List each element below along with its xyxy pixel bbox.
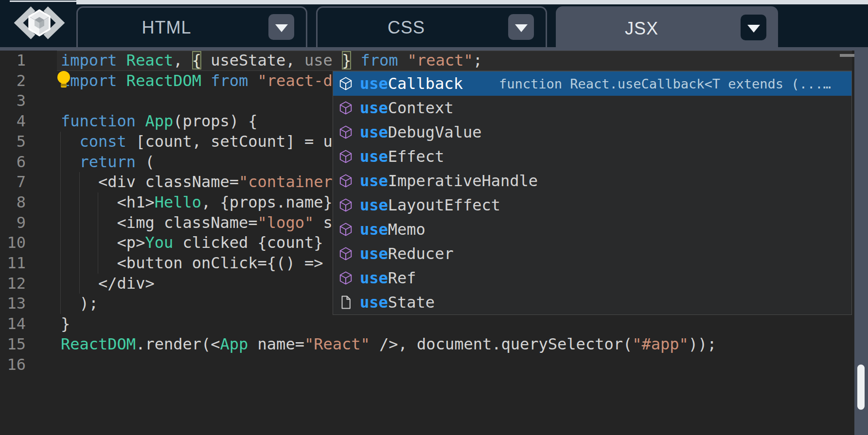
cube-icon — [338, 125, 353, 139]
code-token: App — [220, 335, 248, 353]
code-token: const — [80, 132, 126, 151]
suggestion-match-text: use — [360, 147, 388, 166]
line-number: 7 — [0, 172, 26, 192]
tab-html-dropdown-button[interactable] — [268, 14, 294, 40]
code-token: Hello — [155, 193, 201, 211]
line-number: 3 — [0, 91, 26, 111]
tab-jsx-dropdown-button[interactable] — [741, 15, 766, 40]
suggestion-item[interactable]: useState — [333, 290, 851, 314]
code-text: ReactDOM.render(<App name="React" />, do… — [61, 334, 717, 355]
code-token: <div className= — [61, 173, 239, 191]
code-text: import React, { useState, use } from "re… — [61, 51, 482, 71]
code-text: } — [61, 314, 70, 334]
code-line[interactable]: 14} — [0, 314, 854, 334]
suggestion-rest-text: DebugValue — [388, 123, 482, 141]
code-token: You — [145, 233, 173, 252]
suggestion-item[interactable]: useImperativeHandle — [333, 169, 851, 193]
top-strip-left — [10, 0, 76, 2]
code-text: </div> — [61, 274, 155, 294]
suggestion-label: useMemo — [360, 220, 425, 239]
line-number: 9 — [0, 213, 26, 233]
lightbulb-icon — [56, 70, 71, 89]
line-number: 4 — [0, 111, 26, 132]
suggestion-label: useReducer — [360, 244, 454, 263]
suggestion-label: useState — [360, 293, 435, 312]
code-token: ReactDOM — [61, 335, 136, 353]
tab-css[interactable]: CSS — [316, 6, 547, 47]
code-token: React — [126, 51, 173, 70]
code-token: "logo" — [258, 213, 314, 232]
playground-window: 1import React, { useState, use } from "r… — [0, 0, 868, 435]
line-number: 11 — [0, 253, 26, 274]
editor-scrollbar-thumb[interactable] — [840, 54, 856, 57]
code-token: "#app" — [632, 335, 689, 353]
code-token: from — [361, 51, 398, 70]
code-token: "container" — [239, 173, 342, 191]
line-number: 12 — [0, 274, 26, 294]
code-line[interactable]: 1import React, { useState, use } from "r… — [0, 51, 854, 71]
tab-html[interactable]: HTML — [76, 6, 307, 47]
tab-html-label: HTML — [78, 8, 255, 47]
code-text: function App(props) { — [61, 111, 258, 132]
line-number: 6 — [0, 152, 26, 173]
code-token: <img className= — [61, 213, 258, 232]
cube-icon — [338, 101, 353, 115]
suggestion-match-text: use — [360, 123, 388, 141]
cube-icon — [338, 271, 353, 285]
code-token: ; — [473, 51, 482, 70]
suggestion-item[interactable]: useReducer — [333, 242, 851, 266]
suggestion-item[interactable]: useCallbackfunction React.useCallback<T … — [333, 71, 851, 96]
suggestion-match-text: use — [360, 244, 388, 263]
chevron-down-icon — [747, 25, 760, 33]
cube-icon — [338, 198, 353, 212]
suggestion-label: useLayoutEffect — [360, 196, 500, 214]
tab-css-dropdown-button[interactable] — [508, 14, 534, 40]
suggestion-rest-text: Ref — [388, 269, 416, 287]
code-line[interactable]: 16 — [0, 355, 854, 375]
file-icon — [338, 295, 353, 310]
suggestion-item[interactable]: useEffect — [333, 144, 851, 169]
suggestion-rest-text: Context — [388, 99, 454, 117]
chevron-down-icon — [515, 24, 528, 32]
code-token: "react" — [407, 51, 473, 70]
line-number: 10 — [0, 233, 26, 253]
suggestion-rest-text: LayoutEffect — [388, 196, 500, 214]
suggestion-label: useEffect — [360, 147, 444, 166]
page-scrollbar-thumb[interactable] — [857, 365, 865, 410]
code-token: ); — [61, 294, 98, 313]
page-scrollbar-track[interactable] — [854, 51, 868, 435]
code-token: (props) { — [173, 112, 257, 130]
suggestion-rest-text: State — [388, 293, 435, 312]
editor-header: HTML CSS JSX — [0, 0, 868, 51]
suggestion-item[interactable]: useContext — [333, 96, 851, 120]
code-line[interactable]: 15ReactDOM.render(<App name="React" />, … — [0, 334, 854, 355]
code-token — [351, 51, 360, 70]
suggestion-item[interactable]: useLayoutEffect — [333, 193, 851, 217]
cube-icon — [338, 222, 353, 237]
suggestion-item[interactable]: useRef — [333, 266, 851, 290]
tab-jsx[interactable]: JSX — [556, 6, 778, 51]
quick-fix-lightbulb-icon[interactable] — [56, 70, 71, 89]
suggestion-rest-text: Reducer — [388, 244, 454, 263]
code-token: use — [304, 51, 342, 70]
suggestion-item[interactable]: useMemo — [333, 217, 851, 242]
suggestion-match-text: use — [360, 99, 388, 117]
suggestion-label: useDebugValue — [360, 123, 481, 141]
suggestion-match-text: use — [360, 196, 388, 214]
line-number: 2 — [0, 71, 26, 91]
tab-jsx-label: JSX — [556, 6, 727, 51]
line-number: 14 — [0, 314, 26, 334]
line-number: 16 — [0, 355, 26, 375]
top-strip — [76, 0, 868, 4]
autocomplete-popup: useCallbackfunction React.useCallback<T … — [333, 71, 852, 315]
code-cube-logo[interactable] — [11, 4, 68, 42]
suggestion-match-text: use — [360, 74, 388, 93]
cube-icon — [338, 246, 353, 261]
chevron-down-icon — [275, 24, 288, 32]
cube-icon — [338, 149, 353, 164]
suggestion-item[interactable]: useDebugValue — [333, 120, 851, 144]
code-token: name= — [248, 335, 304, 353]
suggestion-rest-text: Callback — [388, 74, 463, 93]
suggestion-label: useImperativeHandle — [360, 172, 538, 190]
suggestion-match-text: use — [360, 220, 388, 239]
